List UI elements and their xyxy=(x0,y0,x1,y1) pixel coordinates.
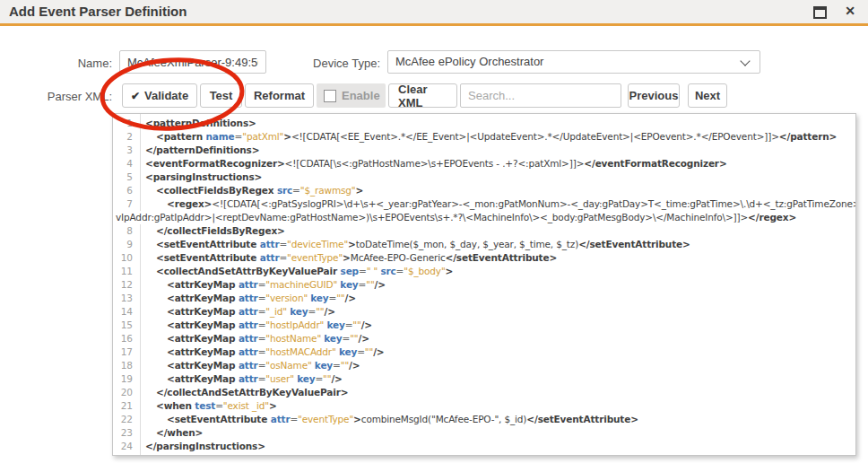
validate-label: Validate xyxy=(144,89,188,102)
test-label: Test xyxy=(210,89,233,102)
maximize-icon[interactable] xyxy=(813,6,827,19)
code-line: 20</collectAndSetAttrByKeyValuePair> xyxy=(113,386,855,399)
line-number: 3 xyxy=(113,144,140,157)
code-line: 23</when> xyxy=(113,426,855,440)
line-number: 13 xyxy=(113,292,140,305)
parser-xml-editor[interactable]: 1<patternDefinitions>2<pattern name="pat… xyxy=(112,113,856,456)
line-number: 24 xyxy=(113,440,140,453)
line-number: 23 xyxy=(113,426,140,440)
line-number: 15 xyxy=(113,319,140,332)
code-line: 15<attrKeyMap attr="hostIpAddr" key=""/> xyxy=(113,319,855,332)
line-number: 6 xyxy=(113,184,140,197)
line-number: 8 xyxy=(113,224,140,238)
enable-toggle[interactable]: Enable xyxy=(317,83,386,108)
line-number: 10 xyxy=(113,251,140,265)
device-type-value: McAfee ePolicy Orchestrator xyxy=(395,55,543,68)
device-type-label: Device Type: xyxy=(291,57,380,70)
next-button[interactable]: Next xyxy=(688,83,727,108)
code-line: 16<attrKeyMap attr="hostName" key=""/> xyxy=(113,332,855,345)
code-line: 6<collectFieldsByRegex src="$_rawmsg"> xyxy=(113,184,855,197)
code-line: vIpAddr:gPatIpAddr>|<reptDevName:gPatHos… xyxy=(113,211,855,224)
line-number: 17 xyxy=(113,345,140,359)
search-input[interactable] xyxy=(460,83,621,108)
reformat-button[interactable]: Reformat xyxy=(245,83,314,108)
close-icon[interactable]: ✕ xyxy=(845,4,855,18)
line-number: 16 xyxy=(113,332,140,345)
previous-button[interactable]: Previous xyxy=(628,83,680,108)
clear-xml-button[interactable]: Clear XML xyxy=(388,83,457,108)
code-line: 14<attrKeyMap attr="_id" key=""/> xyxy=(113,305,855,319)
line-number: 21 xyxy=(113,399,140,413)
chevron-down-icon xyxy=(740,56,750,66)
line-number: 20 xyxy=(113,386,140,399)
code-line: 2<pattern name="patXml"><![CDATA[<EE_Eve… xyxy=(113,130,855,144)
code-line: 13<attrKeyMap attr="version" key=""/> xyxy=(113,292,855,305)
reformat-label: Reformat xyxy=(254,89,305,102)
next-label: Next xyxy=(695,89,720,102)
line-number: 12 xyxy=(113,278,140,292)
check-icon: ✔ xyxy=(131,90,140,102)
code-line: 12<attrKeyMap attr="machineGUID" key=""/… xyxy=(113,278,855,292)
code-line: 22<setEventAttribute attr="eventType">co… xyxy=(113,413,855,426)
dialog-title: Add Event Parser Definition xyxy=(9,0,187,23)
code-line: 24</parsingInstructions> xyxy=(113,440,855,453)
line-number: 18 xyxy=(113,359,140,372)
code-line: 18<attrKeyMap attr="osName" key=""/> xyxy=(113,359,855,372)
parser-xml-label: Parser XML: xyxy=(0,90,112,103)
code-line: 8</collectFieldsByRegex> xyxy=(113,224,855,238)
code-line: 17<attrKeyMap attr="hostMACAddr" key=""/… xyxy=(113,345,855,359)
code-line: 9<setEventAttribute attr="deviceTime">to… xyxy=(113,238,855,251)
line-number: 2 xyxy=(113,130,140,144)
code-line: 4<eventFormatRecognizer><![CDATA[\s<:gPa… xyxy=(113,157,855,170)
code-line: 3</patternDefinitions> xyxy=(113,144,855,157)
code-line: 10<setEventAttribute attr="eventType">Mc… xyxy=(113,251,855,265)
line-number: 9 xyxy=(113,238,140,251)
add-event-parser-dialog: Add Event Parser Definition ✕ Name: Devi… xyxy=(0,0,868,472)
enable-checkbox[interactable] xyxy=(324,90,336,102)
line-number: 14 xyxy=(113,305,140,319)
code-line: 21<when test="exist _id"> xyxy=(113,399,855,413)
previous-label: Previous xyxy=(629,89,679,102)
dialog-titlebar: Add Event Parser Definition ✕ xyxy=(0,0,868,26)
enable-label: Enable xyxy=(342,89,380,102)
code-line: 19<attrKeyMap attr="user" key=""/> xyxy=(113,372,855,386)
line-number: 22 xyxy=(113,413,140,426)
name-label: Name: xyxy=(0,57,112,70)
code-line: 5<parsingInstructions> xyxy=(113,170,855,184)
test-button[interactable]: Test xyxy=(200,83,242,108)
code-line: 7<regex><![CDATA[<:gPatSyslogPRI>\d+\s+<… xyxy=(113,197,855,211)
clear-xml-label: Clear XML xyxy=(398,83,447,109)
line-number: 4 xyxy=(113,157,140,170)
name-input[interactable] xyxy=(119,50,266,74)
line-number: 11 xyxy=(113,265,140,278)
device-type-select[interactable]: McAfee ePolicy Orchestrator xyxy=(387,50,760,74)
line-number: 5 xyxy=(113,170,140,184)
line-number: 1 xyxy=(113,117,140,130)
code-line: 11<collectAndSetAttrByKeyValuePair sep="… xyxy=(113,265,855,278)
code-rows: 1<patternDefinitions>2<pattern name="pat… xyxy=(113,117,855,453)
validate-button[interactable]: ✔ Validate xyxy=(122,83,197,108)
code-line: 1<patternDefinitions> xyxy=(113,117,855,130)
line-number: 19 xyxy=(113,372,140,386)
line-number: 7 xyxy=(113,197,140,211)
